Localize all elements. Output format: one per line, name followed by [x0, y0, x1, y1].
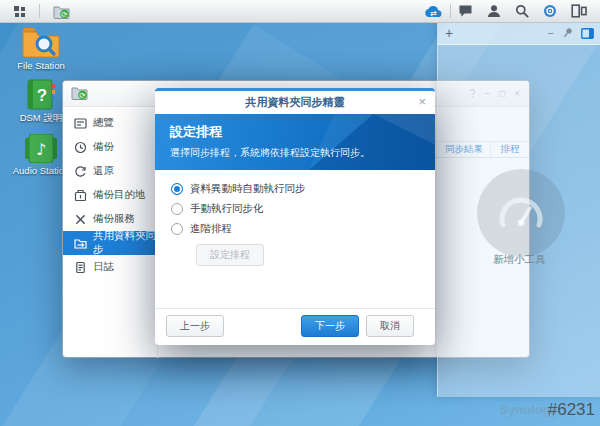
- svg-text:⇄: ⇄: [430, 9, 437, 18]
- search-button[interactable]: [508, 0, 536, 22]
- sidebar-item-shared-folder-sync[interactable]: 共用資料夾同步: [63, 231, 157, 255]
- overview-icon: [74, 117, 87, 130]
- next-button[interactable]: 下一步: [301, 315, 359, 337]
- svg-text:♪: ♪: [36, 140, 46, 159]
- tools-icon: [74, 213, 87, 226]
- svg-text:⟳: ⟳: [61, 9, 68, 18]
- sidebar-item-label: 備份服務: [93, 212, 135, 226]
- search-icon: [515, 4, 529, 18]
- desktop-icon-file-station[interactable]: File Station: [2, 26, 80, 71]
- back-button[interactable]: 上一步: [166, 315, 224, 337]
- radio-button[interactable]: [171, 203, 183, 215]
- widget-panel-minimize-button[interactable]: −: [548, 28, 554, 39]
- sidebar-item-label: 還原: [93, 164, 114, 178]
- restore-icon: [74, 165, 87, 178]
- pin-icon[interactable]: [559, 25, 575, 41]
- widget-panel: + − 新增小工具: [437, 22, 600, 397]
- destination-box-icon: [74, 189, 87, 202]
- chat-bubble-icon: [458, 4, 473, 18]
- set-schedule-button[interactable]: 設定排程: [196, 244, 264, 266]
- shared-folder-sync-wizard-dialog: 共用資料夾同步精靈 × 設定排程 選擇同步排程，系統將依排程設定執行同步。 資料…: [155, 88, 435, 345]
- show-widgets-button[interactable]: [564, 0, 594, 22]
- backup-sync-taskbar-icon: ⟳: [53, 4, 70, 19]
- backup-sync-app-icon: ⟳: [71, 85, 88, 100]
- logs-icon: [74, 261, 87, 274]
- sidebar-item-logs[interactable]: 日誌: [63, 255, 157, 279]
- add-widget-hint-text[interactable]: 新增小工具: [438, 253, 600, 267]
- main-menu-button[interactable]: [0, 0, 39, 22]
- dialog-banner: 設定排程 選擇同步排程，系統將依排程設定執行同步。: [155, 114, 435, 170]
- svg-text:?: ?: [37, 86, 47, 105]
- widget-placeholder-gauge-icon: [477, 169, 565, 257]
- sidebar-item-label: 共用資料夾同步: [93, 229, 157, 257]
- taskbar-backup-sync-app-button[interactable]: ⟳: [40, 0, 83, 22]
- taskbar: ⟳ ⇄: [0, 0, 600, 23]
- app-sidebar: 總覽 備份 還原 備份目的地 備份服務 共用資料夾同步: [63, 107, 158, 358]
- dialog-footer: 上一步 下一步 取消: [155, 308, 435, 345]
- sidebar-item-backup-services[interactable]: 備份服務: [63, 207, 157, 231]
- notifications-button[interactable]: [451, 0, 480, 22]
- radio-button[interactable]: [171, 183, 183, 195]
- sidebar-item-restore[interactable]: 還原: [63, 159, 157, 183]
- dock-panel-icon[interactable]: [581, 28, 594, 39]
- radio-option-auto-sync[interactable]: 資料異動時自動執行同步: [171, 179, 419, 199]
- sidebar-item-backup-destination[interactable]: 備份目的地: [63, 183, 157, 207]
- radio-label: 資料異動時自動執行同步: [190, 182, 306, 196]
- widget-panel-header: + −: [438, 22, 600, 45]
- dialog-close-button[interactable]: ×: [418, 94, 426, 109]
- file-station-icon: [2, 26, 80, 58]
- radio-option-advanced-schedule[interactable]: 進階排程: [171, 219, 419, 239]
- sidebar-item-label: 日誌: [93, 260, 114, 274]
- sidebar-item-backup[interactable]: 備份: [63, 135, 157, 159]
- sidebar-item-label: 備份: [93, 140, 114, 154]
- desktop-icon-label: File Station: [2, 60, 80, 71]
- pilot-view-icon: [543, 4, 557, 18]
- dialog-title: 共用資料夾同步精靈: [155, 95, 435, 110]
- banner-subtitle: 選擇同步排程，系統將依排程設定執行同步。: [170, 146, 420, 160]
- cloud-sync-icon: ⇄: [424, 4, 443, 18]
- dialog-body: 資料異動時自動執行同步 手動執行同步化 進階排程 設定排程: [155, 170, 435, 300]
- screenshot-id-watermark: #6231: [548, 400, 595, 420]
- svg-text:⟳: ⟳: [79, 91, 86, 100]
- folder-sync-icon: [74, 237, 87, 250]
- cancel-button[interactable]: 取消: [366, 315, 414, 337]
- pilot-view-button[interactable]: [536, 0, 564, 22]
- radio-label: 進階排程: [190, 222, 232, 236]
- sidebar-item-overview[interactable]: 總覽: [63, 111, 157, 135]
- user-icon: [487, 4, 501, 18]
- radio-option-manual-sync[interactable]: 手動執行同步化: [171, 199, 419, 219]
- backup-clock-icon: [74, 141, 87, 154]
- cloud-sync-tray-button[interactable]: ⇄: [417, 0, 450, 22]
- dialog-titlebar[interactable]: 共用資料夾同步精靈 ×: [155, 91, 435, 114]
- widget-panel-body: 新增小工具: [438, 45, 600, 398]
- sidebar-item-label: 總覽: [93, 116, 114, 130]
- radio-button[interactable]: [171, 223, 183, 235]
- widgets-icon: [571, 4, 587, 18]
- banner-title: 設定排程: [170, 123, 420, 141]
- main-menu-grid-icon: [13, 5, 26, 18]
- user-menu-button[interactable]: [480, 0, 508, 22]
- radio-label: 手動執行同步化: [190, 202, 264, 216]
- add-widget-button[interactable]: +: [445, 26, 453, 40]
- sidebar-item-label: 備份目的地: [93, 188, 146, 202]
